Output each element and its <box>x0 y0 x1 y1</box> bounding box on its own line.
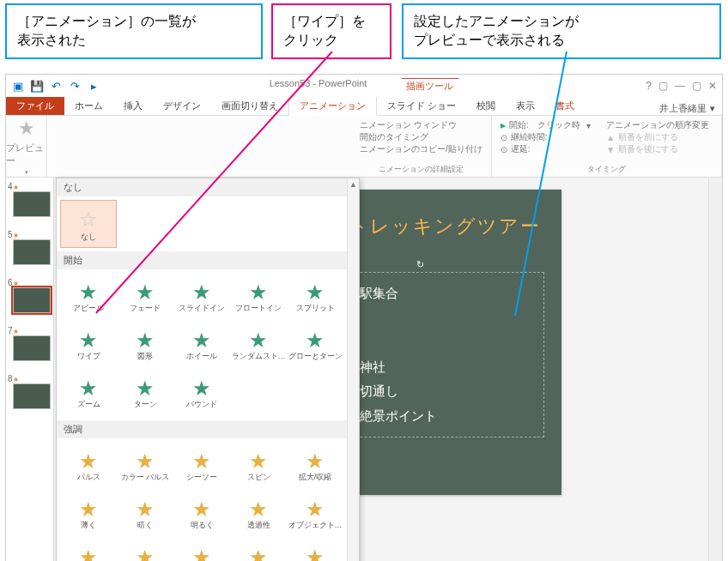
slide-title[interactable]: トレッキングツアー <box>349 214 541 239</box>
anim-entrance-12[interactable]: ★バウンド <box>173 369 230 417</box>
reorder-label: アニメーションの順序変更 <box>606 119 709 131</box>
canvas-scrollbar[interactable] <box>708 178 722 561</box>
anim-emphasis-9[interactable]: ★オブジェクト… <box>287 490 343 538</box>
tab-home[interactable]: ホーム <box>64 97 113 115</box>
callout-preview: 設定したアニメーションが プレビューで表示される <box>402 3 721 59</box>
anim-emphasis-5[interactable]: ★薄く <box>60 490 117 538</box>
thumb-5: 5★ <box>8 229 52 265</box>
thumb-4: 4★ <box>8 181 52 217</box>
ribbon-tabs: ファイル ホーム 挿入 デザイン 画面切り替え アニメーション スライド ショー… <box>6 97 722 116</box>
anim-entrance-8[interactable]: ★ランダムスト… <box>230 321 287 369</box>
gallery-section-none: なし <box>57 178 359 196</box>
anim-emphasis-14[interactable]: ★フォントの色 <box>287 538 343 561</box>
maximize-icon[interactable]: ▢ <box>692 80 701 92</box>
save-icon[interactable]: 💾 <box>30 79 44 93</box>
trigger-button[interactable]: 開始のタイミング <box>360 131 482 143</box>
anim-emphasis-1[interactable]: ★カラー パルス <box>117 442 173 490</box>
animation-gallery-dropdown: ▲ なし ☆なし 開始 ★アピール★フェード★スライドイン★フロートイン★スプリ… <box>56 178 360 561</box>
gallery-section-entrance: 開始 <box>57 251 359 269</box>
preview-button[interactable]: ★ プレビュー ▾ <box>6 116 47 177</box>
rotate-handle-icon[interactable]: ↻ <box>416 259 424 270</box>
preview-star-icon: ★ <box>18 118 35 140</box>
anim-none[interactable]: ☆なし <box>60 200 117 248</box>
anim-emphasis-6[interactable]: ★暗く <box>117 490 173 538</box>
anim-entrance-9[interactable]: ★グローとターン <box>287 321 343 369</box>
contextual-tab-label: 描画ツール <box>401 78 458 94</box>
anim-entrance-5[interactable]: ★ワイプ <box>60 321 117 369</box>
anim-entrance-2[interactable]: ★スライドイン <box>173 273 230 321</box>
move-later-button[interactable]: ▼ 順番を後にする <box>606 143 709 155</box>
timing-duration[interactable]: ⊙継続時間: <box>500 131 591 143</box>
anim-entrance-1[interactable]: ★フェード <box>117 273 173 321</box>
tab-slideshow[interactable]: スライド ショー <box>377 97 466 115</box>
gallery-section-emphasis: 強調 <box>57 420 359 438</box>
slide-panel: 4★ 5★ 6★ 7★ 8★ <box>6 178 54 561</box>
title-bar: ▣ 💾 ↶ ↷ ▸ Lesson53 - PowerPoint 描画ツール ? … <box>6 75 722 97</box>
timing-delay[interactable]: ⊙遅延: <box>500 143 591 155</box>
anim-emphasis-13[interactable]: ★ブラシの色 <box>230 538 287 561</box>
tab-review[interactable]: 校閲 <box>466 97 506 115</box>
minimize-icon[interactable]: — <box>675 80 685 92</box>
main-area: 4★ 5★ 6★ 7★ 8★ ▲ なし ☆なし 開始 ★アピール★フェード★スラ… <box>6 178 722 561</box>
anim-entrance-6[interactable]: ★図形 <box>117 321 173 369</box>
anim-entrance-10[interactable]: ★ズーム <box>60 369 117 417</box>
thumb-6: 6★ <box>8 277 52 313</box>
tab-file[interactable]: ファイル <box>6 97 64 115</box>
thumb-8: 8★ <box>8 373 52 409</box>
tab-transitions[interactable]: 画面切り替え <box>211 97 288 115</box>
move-earlier-button[interactable]: ▲ 順番を前にする <box>606 131 709 143</box>
help-icon[interactable]: ? <box>646 80 652 92</box>
anim-emphasis-12[interactable]: ★塗りつぶしの色 <box>173 538 230 561</box>
ribbon-collapse-icon[interactable]: ▢ <box>658 80 668 92</box>
anim-entrance-3[interactable]: ★フロートイン <box>230 273 287 321</box>
animation-pane-button[interactable]: ニメーション ウィンドウ <box>360 119 482 131</box>
tab-design[interactable]: デザイン <box>153 97 211 115</box>
app-icon: ▣ <box>11 79 25 93</box>
document-title: Lesson53 - PowerPoint <box>270 78 367 94</box>
anim-emphasis-4[interactable]: ★拡大/収縮 <box>287 442 343 490</box>
animation-painter-button[interactable]: ニメーションのコピー/貼り付け <box>360 143 482 155</box>
quick-access-toolbar: ▣ 💾 ↶ ↷ ▸ <box>11 79 100 93</box>
anim-entrance-0[interactable]: ★アピール <box>60 273 117 321</box>
close-icon[interactable]: ✕ <box>708 80 717 92</box>
start-show-icon[interactable]: ▸ <box>87 79 100 93</box>
anim-entrance-11[interactable]: ★ターン <box>117 369 173 417</box>
anim-entrance-7[interactable]: ★ホイール <box>173 321 230 369</box>
anim-emphasis-0[interactable]: ★パルス <box>60 442 117 490</box>
ribbon-body: ★ プレビュー ▾ ニメーション ウィンドウ 開始のタイミング ニメーションのコ… <box>6 116 722 178</box>
callout-animation-list: ［アニメーション］の一覧が 表示された <box>5 3 263 59</box>
anim-emphasis-8[interactable]: ★透過性 <box>230 490 287 538</box>
undo-icon[interactable]: ↶ <box>49 79 63 93</box>
timing-group: ▶開始: クリック時 ▾ ⊙継続時間: ⊙遅延: アニメーションの順序変更 ▲ … <box>492 116 722 177</box>
tab-animations[interactable]: アニメーション <box>288 96 377 116</box>
tab-view[interactable]: 表示 <box>506 97 545 115</box>
redo-icon[interactable]: ↷ <box>68 79 82 93</box>
group-label-timing: タイミング <box>500 164 713 175</box>
anim-emphasis-3[interactable]: ★スピン <box>230 442 287 490</box>
callout-click-wipe: ［ワイプ］を クリック <box>271 3 391 59</box>
gallery-scrollbar[interactable]: ▲ <box>347 178 359 561</box>
thumb-7: 7★ <box>8 325 52 361</box>
anim-emphasis-11[interactable]: ★線の色 <box>117 538 173 561</box>
tab-insert[interactable]: 挿入 <box>113 97 153 115</box>
anim-emphasis-7[interactable]: ★明るく <box>173 490 230 538</box>
timing-start[interactable]: ▶開始: クリック時 ▾ <box>500 119 591 131</box>
anim-emphasis-10[interactable]: ★補色 <box>60 538 117 561</box>
group-label-advanced: ニメーションの詳細設定 <box>360 164 482 175</box>
anim-entrance-4[interactable]: ★スプリット <box>287 273 343 321</box>
tab-format[interactable]: 書式 <box>545 97 585 115</box>
anim-emphasis-2[interactable]: ★シーソー <box>173 442 230 490</box>
powerpoint-window: ▣ 💾 ↶ ↷ ▸ Lesson53 - PowerPoint 描画ツール ? … <box>5 74 723 561</box>
advanced-animation-group: ニメーション ウィンドウ 開始のタイミング ニメーションのコピー/貼り付け ニメ… <box>351 116 492 177</box>
user-name[interactable]: 井上香緒里 ▾ <box>659 102 722 115</box>
